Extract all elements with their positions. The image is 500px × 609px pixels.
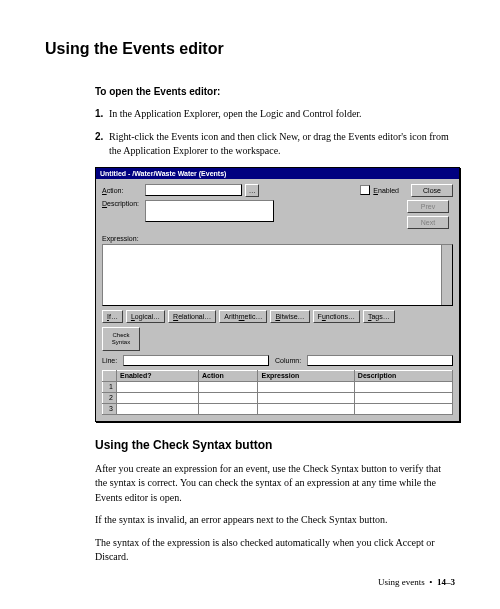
bitwise-button[interactable]: Bitwise… [270,310,309,323]
main-content: To open the Events editor: 1. In the App… [95,86,455,565]
step-number: 2. [95,130,103,145]
row-header: 3 [103,403,117,414]
step-number: 1. [95,107,103,122]
table-corner [103,370,117,381]
events-editor-dialog: Untitled - /Water/Waste Water (Events) A… [95,167,460,422]
action-input[interactable] [145,184,242,196]
step-2: 2. Right-click the Events icon and then … [95,130,455,159]
if-button[interactable]: If… [102,310,123,323]
page-heading: Using the Events editor [45,40,455,58]
table-row[interactable]: 3 [103,403,453,414]
footer-separator: • [429,577,432,587]
line-value [123,355,269,366]
step-1: 1. In the Application Explorer, open the… [95,107,455,122]
column-label: Column: [275,357,301,364]
check-syntax-button[interactable]: Check Syntax [102,327,140,351]
functions-button[interactable]: Functions… [313,310,360,323]
relational-button[interactable]: Relational… [168,310,216,323]
step-text: In the Application Explorer, open the Lo… [109,108,362,119]
tags-button[interactable]: Tags… [363,310,395,323]
row-header: 2 [103,392,117,403]
col-action: Action [198,370,258,381]
expression-label: Expression: [102,235,453,242]
dialog-titlebar: Untitled - /Water/Waste Water (Events) [96,168,459,179]
procedure-title: To open the Events editor: [95,86,455,97]
footer-text: Using events [378,577,425,587]
column-value [307,355,453,366]
action-browse-button[interactable]: … [245,184,259,197]
enabled-label: Enabled [373,187,399,194]
expression-input[interactable] [102,244,453,306]
dialog-body: Action: … Enabled Close Description: Pre… [96,179,459,421]
line-label: Line: [102,357,117,364]
page-number: 14–3 [437,577,455,587]
table-row[interactable]: 2 [103,392,453,403]
col-enabled: Enabled? [117,370,199,381]
paragraph: If the syntax is invalid, an error appea… [95,513,455,528]
action-label: Action: [102,187,142,194]
enabled-checkbox[interactable] [360,185,370,195]
next-button[interactable]: Next [407,216,449,229]
row-header: 1 [103,381,117,392]
logical-button[interactable]: Logical… [126,310,165,323]
step-text: Right-click the Events icon and then cli… [109,131,449,157]
page-footer: Using events • 14–3 [378,577,455,587]
section-heading: Using the Check Syntax button [95,438,455,452]
prev-button[interactable]: Prev [407,200,449,213]
events-table: Enabled? Action Expression Description 1… [102,370,453,415]
description-input[interactable] [145,200,274,222]
col-description: Description [354,370,452,381]
table-row[interactable]: 1 [103,381,453,392]
scrollbar[interactable] [441,245,452,305]
col-expression: Expression [258,370,354,381]
paragraph: After you create an expression for an ev… [95,462,455,506]
arithmetic-button[interactable]: Arithmetic… [219,310,267,323]
paragraph: The syntax of the expression is also che… [95,536,455,565]
close-button[interactable]: Close [411,184,453,197]
description-label: Description: [102,200,142,207]
